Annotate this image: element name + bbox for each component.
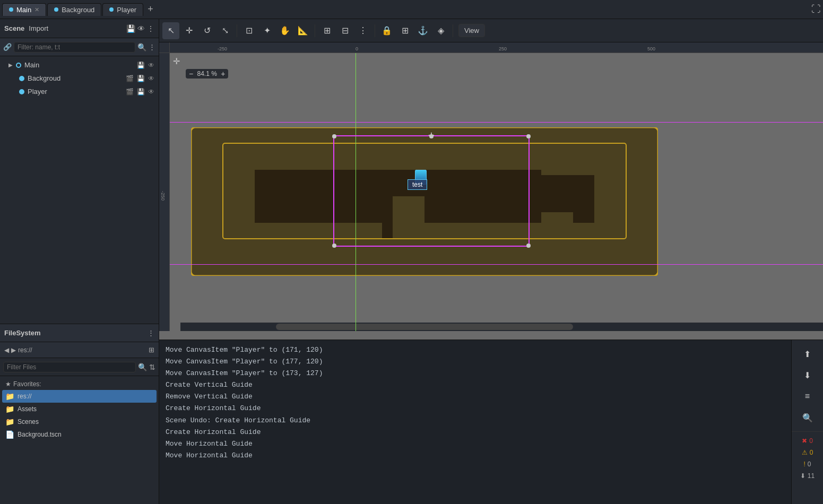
fs-menu-icon[interactable]: ⋮ [148,329,154,337]
fs-item-assets[interactable]: 📁 Assets [2,403,157,415]
scrollbar-thumb-h[interactable] [276,324,573,330]
folder-icon: 📁 [5,392,14,401]
selection-handle-top[interactable]: ✛ [428,131,435,140]
editor-toolbar: ↖ ✛ ↺ ⤡ ⊡ ✦ ✋ 📐 ⊞ ⊟ ⋮ 🔒 ⊞ ⚓ ◈ View [159,19,823,42]
zoom-out-button[interactable]: − [189,70,193,77]
fs-item-scenes[interactable]: 📁 Scenes [2,415,157,428]
pivot-tool-button[interactable]: ✦ [258,22,275,39]
tree-icon-save[interactable]: 💾 [137,62,145,69]
tree-item-backgroud[interactable]: Backgroud 🎬 💾 👁 [0,72,159,85]
debug-count-row: ⬇ 11 [792,471,823,481]
tab-main-close[interactable]: ✕ [34,6,39,13]
left-panel: Scene Import 💾 👁 ⋮ 🔗 🔍 ⋮ ▶ Main 💾 [0,19,159,504]
fs-item-backgroud-label: Backgroud.tscn [18,431,62,438]
fs-filter-input[interactable] [3,362,136,372]
filter-link-icon[interactable]: 🔗 [3,43,12,51]
fs-grid-icon[interactable]: ⊞ [149,346,154,354]
tab-backgroud[interactable]: Backgroud [47,3,101,16]
scene-save-icon[interactable]: 💾 [126,24,135,33]
viewport-scrollbar-h[interactable] [180,323,823,331]
tree-icon-eye3[interactable]: 👁 [148,88,154,95]
ruler-tick-500: 500 [647,46,655,51]
scene-filter-bar: 🔗 🔍 ⋮ [0,38,159,56]
fs-favorites-header[interactable]: ★ Favorites: [2,378,157,390]
tree-item-main[interactable]: ▶ Main 💾 👁 [0,58,159,72]
viewport-canvas[interactable]: ✛ − 84.1 % + [170,53,823,331]
tree-icon-eye2[interactable]: 👁 [148,75,154,82]
error-count: 0 [809,437,813,445]
ruler-tick-0: 0 [356,46,358,51]
anchor-button[interactable]: ⚓ [414,22,431,39]
inspector-button[interactable]: ⬆ [798,344,817,363]
fullscreen-icon[interactable]: ⛶ [811,4,821,15]
tree-icons-main: 💾 👁 [137,62,154,69]
add-tab-button[interactable]: + [144,4,157,15]
scene-menu-icon[interactable]: ⋮ [147,24,154,33]
fs-arrow-right[interactable]: ▶ [11,346,16,354]
log-entry-5: Create Horizontal Guide [166,403,785,414]
fs-item-res-label: res:// [18,393,32,400]
tree-icon-save3[interactable]: 💾 [137,88,145,95]
fs-path-label: res:// [18,346,32,354]
player-label-box: test [408,179,427,190]
move-tool-button[interactable]: ✛ [180,22,197,39]
group-button[interactable]: ⊞ [396,22,413,39]
fs-item-res[interactable]: 📁 res:// [2,390,157,403]
guide-horizontal-top [170,122,823,123]
tree-icon-cam2[interactable]: 🎬 [126,88,134,95]
fs-item-backgroud-tscn[interactable]: 📄 Backgroud.tscn [2,428,157,441]
viewport-reset-icon[interactable]: ✛ [173,56,180,66]
import-button[interactable]: Import [29,24,48,32]
log-entry-8: Move Horizontal Guide [166,438,785,450]
rotate-tool-button[interactable]: ↺ [198,22,215,39]
toolbar-sep-2 [315,24,315,37]
search-sidebar-button[interactable]: 🔍 [798,408,817,427]
fs-header: FileSystem ⋮ [0,324,159,342]
rect-tool-button[interactable]: ⊡ [240,22,257,39]
tab-main[interactable]: Main ✕ [2,3,46,16]
folder-icon-scenes: 📁 [5,418,14,426]
right-side: ↖ ✛ ↺ ⤡ ⊡ ✦ ✋ 📐 ⊞ ⊟ ⋮ 🔒 ⊞ ⚓ ◈ View [159,19,823,504]
scene-eye-icon[interactable]: 👁 [137,24,145,33]
grid-snap-button[interactable]: ⊟ [336,22,353,39]
layer-button[interactable]: ◈ [432,22,449,39]
view-button[interactable]: View [458,24,485,37]
more-options-button[interactable]: ⋮ [354,22,371,39]
filter-menu-icon[interactable]: ⋮ [149,43,155,51]
error-icon: ✖ [802,437,807,445]
log-entry-2: Move CanvasItem "Player" to (173, 127) [166,368,785,379]
tree-icon-save2[interactable]: 💾 [137,75,145,82]
ruler-tool-button[interactable]: 📐 [294,22,311,39]
scale-tool-button[interactable]: ⤡ [216,22,233,39]
fs-filter-sort-icon[interactable]: ⇅ [149,363,155,371]
bottom-panel: Move CanvasItem "Player" to (171, 120) M… [159,340,823,504]
select-tool-button[interactable]: ↖ [162,22,179,39]
fs-filter-search-icon[interactable]: 🔍 [138,363,147,371]
toolbar-sep-1 [237,24,237,37]
scene-filter-input[interactable] [14,42,135,53]
tree-icon-cam[interactable]: 🎬 [126,75,134,82]
debug-count: 11 [808,472,815,480]
scene-header-right: 💾 👁 ⋮ [126,24,154,33]
fs-title: FileSystem [4,329,144,337]
viewport-area[interactable]: -250 0 250 500 -250 ✛ − 84.1 % [159,42,823,340]
filesystem-panel: FileSystem ⋮ ◀ ▶ res:// ⊞ 🔍 ⇅ ★ Favorite… [0,324,159,504]
grid-tool-button[interactable]: ⊞ [318,22,335,39]
tree-icon-eye[interactable]: 👁 [148,62,154,69]
top-tab-bar: Main ✕ Backgroud Player + ⛶ [0,0,823,19]
zoom-in-button[interactable]: + [221,70,225,77]
folder-icon-assets: 📁 [5,405,14,413]
tree-label-backgroud: Backgroud [28,74,123,82]
info-count: 0 [808,460,811,468]
filter-sidebar-button[interactable]: ≡ [798,387,817,406]
lock-button[interactable]: 🔒 [378,22,395,39]
tab-main-dot [9,7,13,12]
tree-item-player[interactable]: Player 🎬 💾 👁 [0,85,159,98]
pan-tool-button[interactable]: ✋ [276,22,293,39]
fs-favorites-label: Favorites: [13,380,41,388]
history-button[interactable]: ⬇ [798,366,817,385]
ruler-tick-neg250v: -250 [160,191,166,201]
tab-player[interactable]: Player [102,3,143,16]
fs-arrow-left[interactable]: ◀ [4,346,9,354]
filter-search-icon[interactable]: 🔍 [137,43,146,51]
